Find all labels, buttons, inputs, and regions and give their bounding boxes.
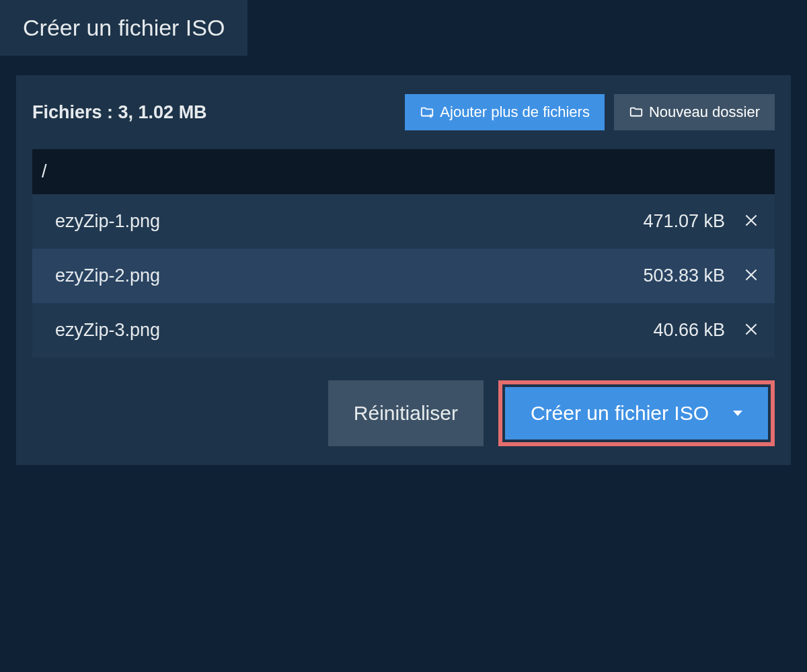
file-row: ezyZip-1.png 471.07 kB [32, 194, 775, 249]
file-row: ezyZip-2.png 503.83 kB [32, 249, 775, 303]
new-folder-label: Nouveau dossier [649, 103, 760, 121]
create-iso-button[interactable]: Créer un fichier ISO [505, 387, 768, 439]
chevron-down-icon [733, 411, 742, 416]
folder-icon [629, 105, 644, 120]
add-files-label: Ajouter plus de fichiers [440, 103, 590, 121]
remove-file-button[interactable] [740, 318, 763, 343]
breadcrumb-path[interactable]: / [32, 149, 775, 194]
files-summary-value: 3, 1.02 MB [118, 102, 207, 122]
close-icon [742, 321, 760, 340]
main-panel: Fichiers : 3, 1.02 MB Ajouter plus de fi… [16, 75, 791, 465]
file-size: 503.83 kB [643, 265, 725, 286]
close-icon [742, 266, 760, 286]
file-list: ezyZip-1.png 471.07 kB ezyZip-2.png 503.… [32, 194, 775, 358]
toolbar: Fichiers : 3, 1.02 MB Ajouter plus de fi… [32, 94, 775, 130]
new-folder-button[interactable]: Nouveau dossier [614, 94, 775, 130]
files-summary: Fichiers : 3, 1.02 MB [32, 102, 207, 123]
create-label: Créer un fichier ISO [531, 402, 709, 425]
footer-actions: Réinitialiser Créer un fichier ISO [32, 380, 775, 446]
highlighted-action: Créer un fichier ISO [498, 380, 775, 446]
file-row: ezyZip-3.png 40.66 kB [32, 303, 775, 358]
remove-file-button[interactable] [740, 209, 763, 234]
path-text: / [42, 161, 47, 181]
file-name: ezyZip-2.png [55, 265, 643, 286]
add-files-button[interactable]: Ajouter plus de fichiers [405, 94, 605, 130]
remove-file-button[interactable] [740, 263, 763, 288]
folder-plus-icon [420, 105, 434, 120]
file-name: ezyZip-3.png [55, 320, 653, 341]
file-name: ezyZip-1.png [55, 211, 643, 232]
reset-label: Réinitialiser [354, 402, 458, 425]
file-size: 471.07 kB [643, 211, 725, 232]
file-size: 40.66 kB [653, 320, 725, 341]
reset-button[interactable]: Réinitialiser [328, 380, 484, 446]
tab-title: Créer un fichier ISO [23, 15, 225, 40]
tab-create-iso[interactable]: Créer un fichier ISO [0, 0, 247, 56]
files-summary-label: Fichiers : [32, 102, 113, 122]
close-icon [742, 212, 760, 231]
